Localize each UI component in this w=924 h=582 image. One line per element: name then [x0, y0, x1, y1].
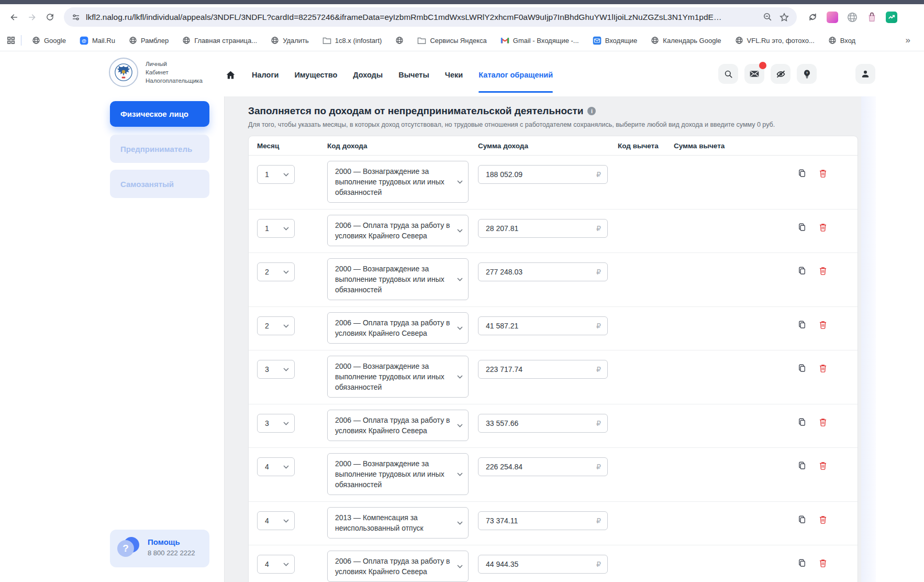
income-code-select[interactable]: 2006 — Оплата труда за работу в условиях…	[327, 410, 469, 441]
delete-row-button[interactable]	[818, 417, 828, 427]
search-button[interactable]	[718, 64, 738, 84]
bookmark-item[interactable]: 1c8.x (infostart)	[318, 35, 386, 47]
delete-row-button[interactable]	[818, 460, 828, 471]
income-amount-input[interactable]: 73 374.11 ₽	[478, 511, 608, 530]
site-settings-icon[interactable]	[71, 13, 81, 22]
bookmarks-overflow-chevron[interactable]: »	[898, 35, 918, 46]
income-code-select[interactable]: 2000 — Вознаграждение за выполнение труд…	[327, 453, 469, 495]
income-amount-input[interactable]: 41 587.21 ₽	[478, 316, 608, 335]
bookmark-item[interactable]: Рамблер	[125, 34, 173, 47]
forward-button[interactable]	[23, 8, 41, 26]
month-select[interactable]: 4	[257, 555, 295, 574]
income-amount-input[interactable]: 277 248.03 ₽	[478, 262, 608, 281]
bookmark-item[interactable]: Удалить	[266, 34, 313, 47]
bookmark-item[interactable]: Сервисы Яндекса	[413, 35, 491, 47]
month-select[interactable]: 3	[257, 360, 295, 379]
bookmark-item[interactable]: Входящие	[588, 34, 642, 47]
column-deduction-code: Код вычета	[618, 142, 674, 150]
bookmark-item[interactable]: Главная страница...	[178, 34, 261, 47]
delete-row-button[interactable]	[818, 514, 828, 525]
delete-row-button[interactable]	[818, 168, 828, 179]
messages-button[interactable]	[744, 64, 764, 84]
bag-extension-icon[interactable]	[866, 12, 877, 23]
bookmark-item[interactable]: Вход	[824, 34, 860, 47]
income-code-select[interactable]: 2006 — Оплата труда за работу в условиях…	[327, 551, 469, 582]
bookmark-item[interactable]: Google	[28, 34, 70, 47]
copy-row-button[interactable]	[797, 266, 807, 276]
hide-mode-button[interactable]	[771, 64, 791, 84]
month-select[interactable]: 1	[257, 219, 295, 238]
nav-item-link[interactable]: Вычеты	[398, 71, 429, 79]
month-select[interactable]: 1	[257, 165, 295, 184]
reload-button[interactable]	[41, 8, 59, 26]
copy-row-button[interactable]	[797, 460, 807, 471]
url-text[interactable]: lkfl2.nalog.ru/lkfl/individual/appeals/3…	[86, 13, 756, 22]
income-code-select[interactable]: 2000 — Вознаграждение за выполнение труд…	[327, 161, 469, 203]
bookmark-item[interactable]: VFL.Ru это, фотохо...	[731, 34, 819, 47]
info-icon[interactable]: i	[587, 107, 596, 115]
month-select[interactable]: 3	[257, 414, 295, 433]
copy-row-button[interactable]	[797, 168, 807, 179]
income-code-select[interactable]: 2006 — Оплата труда за работу в условиях…	[327, 312, 469, 344]
month-select[interactable]: 4	[257, 511, 295, 530]
income-code-select[interactable]: 2000 — Вознаграждение за выполнение труд…	[327, 356, 469, 398]
logo-title: Личный Кабинет Налогоплательщика	[146, 60, 203, 85]
row-actions	[797, 266, 858, 276]
income-amount-input[interactable]: 226 254.84 ₽	[478, 457, 608, 476]
month-select[interactable]: 2	[257, 262, 295, 281]
profile-button[interactable]	[855, 64, 875, 84]
bookmark-item[interactable]	[391, 34, 408, 47]
income-amount-input[interactable]: 33 557.66 ₽	[478, 414, 608, 433]
bookmark-label: Рамблер	[141, 37, 169, 45]
income-code-select[interactable]: 2006 — Оплата труда за работу в условиях…	[327, 215, 469, 246]
income-amount-input[interactable]: 223 717.74 ₽	[478, 360, 608, 379]
delete-row-button[interactable]	[818, 558, 828, 568]
copy-row-button[interactable]	[797, 320, 807, 330]
delete-row-button[interactable]	[818, 363, 828, 374]
income-table-card: Месяц Код дохода Сумма дохода Код вычета…	[248, 136, 858, 582]
nav-item-link[interactable]: Доходы	[353, 71, 383, 79]
chevron-down-icon	[283, 563, 289, 566]
back-button[interactable]	[5, 8, 23, 26]
sidebar-item[interactable]: Самозанятый	[110, 170, 209, 198]
nav-item-link[interactable]: Чеки	[445, 71, 463, 79]
bookmark-item[interactable]: Календарь Google	[647, 34, 725, 47]
delete-row-button[interactable]	[818, 266, 828, 276]
income-amount-input[interactable]: 188 052.09 ₽	[478, 165, 608, 184]
globe-extension-icon[interactable]	[847, 12, 858, 23]
pink-extension-icon[interactable]	[827, 12, 838, 23]
apps-grid-icon[interactable]	[6, 36, 16, 45]
home-icon[interactable]	[225, 70, 236, 81]
month-select[interactable]: 2	[257, 316, 295, 335]
recycle-extension-icon[interactable]	[807, 12, 818, 23]
bookmark-star-icon[interactable]	[779, 12, 789, 23]
delete-row-button[interactable]	[818, 320, 828, 330]
income-amount-input[interactable]: 28 207.81 ₽	[478, 219, 608, 238]
copy-row-button[interactable]	[797, 417, 807, 427]
copy-row-button[interactable]	[797, 363, 807, 374]
row-actions	[797, 320, 858, 330]
lightbulb-button[interactable]: Y	[797, 64, 817, 84]
help-card[interactable]: ? Помощь 8 800 222 2222	[110, 530, 209, 567]
delete-row-button[interactable]	[818, 222, 828, 233]
nav-item-link[interactable]: Имущество	[294, 71, 337, 79]
bookmarks-list: Google @ Mail.Ru Рамблер Главная страниц…	[28, 34, 860, 47]
copy-row-button[interactable]	[797, 558, 807, 568]
copy-row-button[interactable]	[797, 514, 807, 525]
sidebar-item[interactable]: Физическое лицо	[110, 101, 209, 127]
sidebar-item[interactable]: Предприниматель	[110, 135, 209, 163]
fns-logo[interactable]	[109, 58, 138, 87]
income-amount-input[interactable]: 44 944.35 ₽	[478, 555, 608, 574]
bookmark-item[interactable]: @ Mail.Ru	[75, 34, 119, 47]
chevron-down-icon	[457, 473, 463, 476]
bookmark-item[interactable]: Gmail - Входящие -...	[496, 35, 583, 47]
income-code-select[interactable]: 2000 — Вознаграждение за выполнение труд…	[327, 258, 469, 300]
income-code-select[interactable]: 2013 — Компенсация за неиспользованный о…	[327, 507, 469, 539]
chart-extension-icon[interactable]	[886, 12, 897, 23]
copy-row-button[interactable]	[797, 222, 807, 233]
zoom-out-icon[interactable]	[763, 12, 773, 22]
url-bar[interactable]: lkfl2.nalog.ru/lkfl/individual/appeals/3…	[64, 7, 797, 27]
month-select[interactable]: 4	[257, 457, 295, 476]
nav-item-link[interactable]: Налоги	[252, 71, 279, 79]
nav-item-active[interactable]: Каталог обращений	[478, 71, 553, 79]
